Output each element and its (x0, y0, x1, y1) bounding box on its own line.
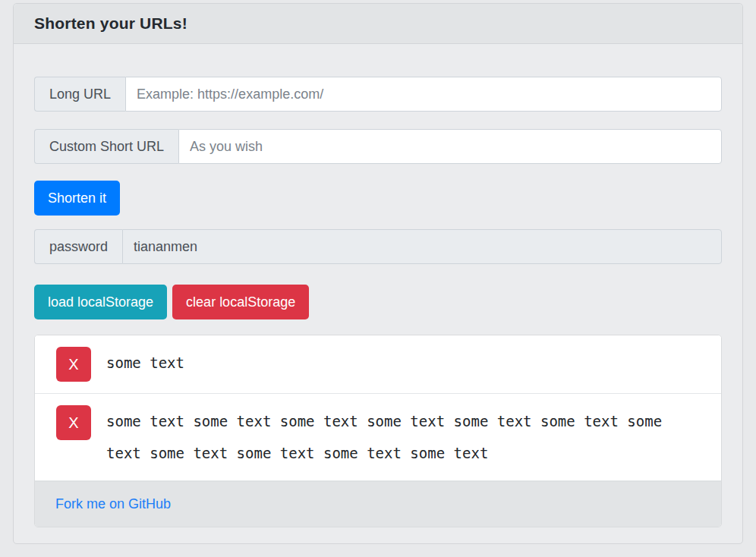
password-input[interactable] (122, 229, 722, 264)
long-url-input[interactable] (125, 77, 722, 112)
storage-buttons-row: load localStorage clear localStorage (34, 285, 722, 319)
url-list-card: X some text X some text some text some t… (34, 335, 722, 527)
delete-item-button[interactable]: X (56, 347, 91, 382)
card-body: Long URL Custom Short URL Shorten it pas… (14, 44, 742, 543)
card-header: Shorten your URLs! (14, 4, 742, 44)
card-footer: Fork me on GitHub (35, 481, 721, 527)
list-item-text: some text some text some text some text … (106, 413, 662, 461)
shortener-card: Shorten your URLs! Long URL Custom Short… (13, 3, 743, 544)
delete-item-button[interactable]: X (56, 405, 91, 440)
github-link[interactable]: Fork me on GitHub (55, 496, 171, 512)
custom-short-url-label: Custom Short URL (34, 129, 178, 164)
custom-short-url-group: Custom Short URL (34, 129, 722, 164)
list-item-text: some text (106, 354, 184, 371)
load-localstorage-button[interactable]: load localStorage (34, 285, 167, 319)
list-item: X some text some text some text some tex… (35, 394, 721, 481)
clear-localstorage-button[interactable]: clear localStorage (172, 285, 309, 319)
page-title: Shorten your URLs! (34, 14, 722, 33)
password-label: password (34, 229, 122, 264)
list-item: X some text (35, 335, 721, 394)
long-url-group: Long URL (34, 77, 722, 112)
custom-short-url-input[interactable] (178, 129, 722, 164)
password-group: password (34, 229, 722, 264)
shorten-button[interactable]: Shorten it (34, 181, 120, 216)
long-url-label: Long URL (34, 77, 125, 112)
